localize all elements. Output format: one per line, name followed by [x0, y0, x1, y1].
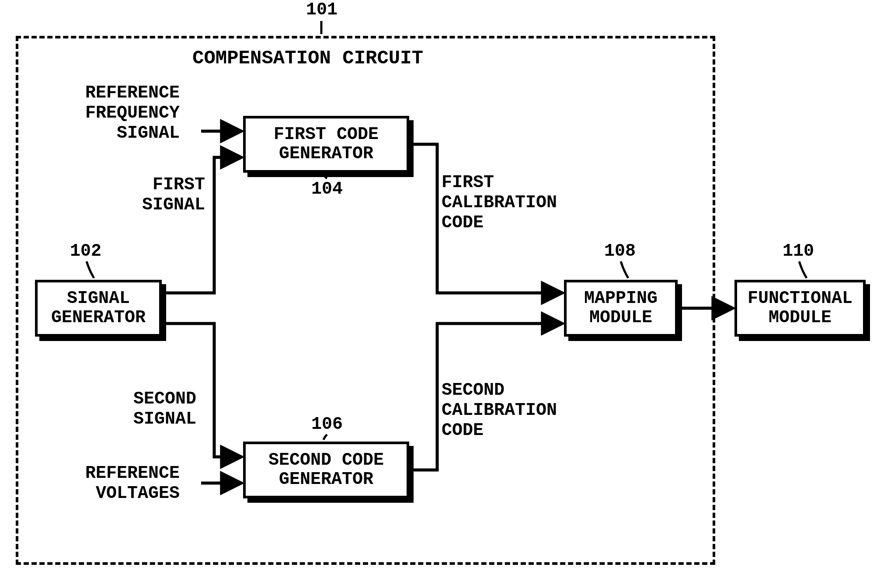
signal-generator-block: SIGNAL GENERATOR: [35, 280, 162, 337]
second-cal-label: SECOND CALIBRATION CODE: [442, 380, 557, 441]
ref-volt-label: REFERENCE VOLTAGES: [85, 463, 180, 504]
functional-module-label: FUNCTIONAL MODULE: [734, 280, 866, 337]
first-signal-label: FIRST SIGNAL: [142, 175, 205, 215]
mapping-module-ref: 108: [604, 241, 636, 261]
first-code-generator-block: FIRST CODE GENERATOR: [243, 116, 409, 173]
first-cal-label: FIRST CALIBRATION CODE: [442, 173, 557, 233]
second-code-generator-label: SECOND CODE GENERATOR: [243, 442, 409, 498]
functional-module-ref: 110: [783, 241, 814, 261]
mapping-module-block: MAPPING MODULE: [564, 280, 678, 337]
ref-freq-label: REFERENCE FREQUENCY SIGNAL: [85, 83, 180, 143]
second-code-generator-block: SECOND CODE GENERATOR: [243, 442, 409, 498]
compensation-circuit-title: COMPENSATION CIRCUIT: [192, 47, 423, 70]
functional-module-block: FUNCTIONAL MODULE: [734, 280, 866, 337]
second-code-generator-ref: 106: [311, 414, 343, 435]
diagram-canvas: 101 COMPENSATION CIRCUIT SIGNAL GENERATO…: [0, 0, 877, 588]
mapping-module-label: MAPPING MODULE: [564, 280, 678, 337]
signal-generator-label: SIGNAL GENERATOR: [35, 280, 162, 337]
signal-generator-ref: 102: [70, 241, 101, 261]
first-code-generator-label: FIRST CODE GENERATOR: [243, 116, 409, 173]
outer-ref-label: 101: [306, 0, 338, 20]
first-code-generator-ref: 104: [311, 179, 343, 199]
second-signal-label: SECOND SIGNAL: [133, 389, 196, 429]
